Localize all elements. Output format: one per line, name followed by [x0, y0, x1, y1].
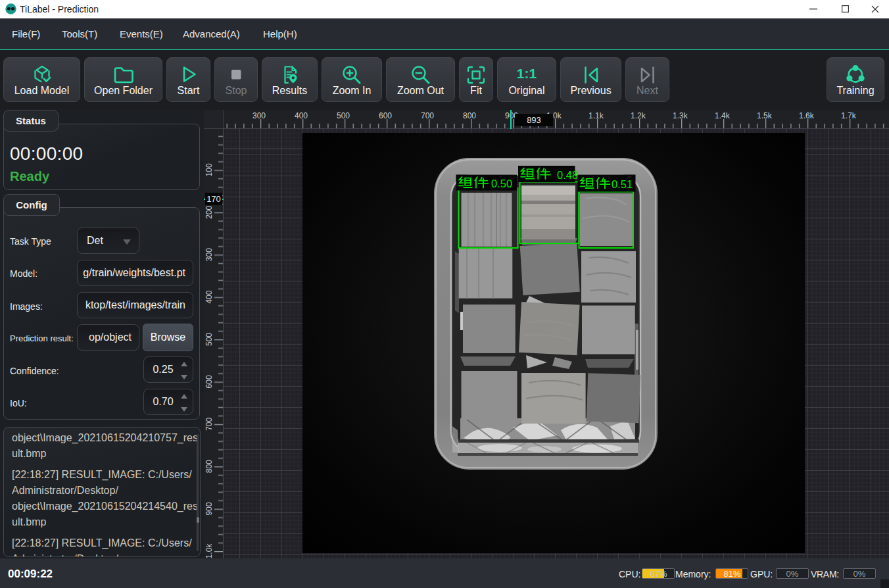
- svg-text:1.0k: 1.0k: [204, 543, 214, 558]
- svg-text:300: 300: [204, 248, 214, 261]
- svg-text:700: 700: [204, 417, 214, 430]
- svg-text:500: 500: [204, 333, 214, 346]
- svg-text:200: 200: [204, 205, 214, 218]
- svg-text:600: 600: [204, 375, 214, 388]
- svg-text:0.51: 0.51: [612, 178, 633, 190]
- svg-text:400: 400: [204, 290, 214, 303]
- svg-text:0.48: 0.48: [557, 169, 578, 181]
- svg-text:900: 900: [204, 502, 214, 515]
- svg-text:800: 800: [204, 460, 214, 473]
- svg-text:100: 100: [204, 163, 214, 176]
- svg-text:0.50: 0.50: [491, 178, 512, 189]
